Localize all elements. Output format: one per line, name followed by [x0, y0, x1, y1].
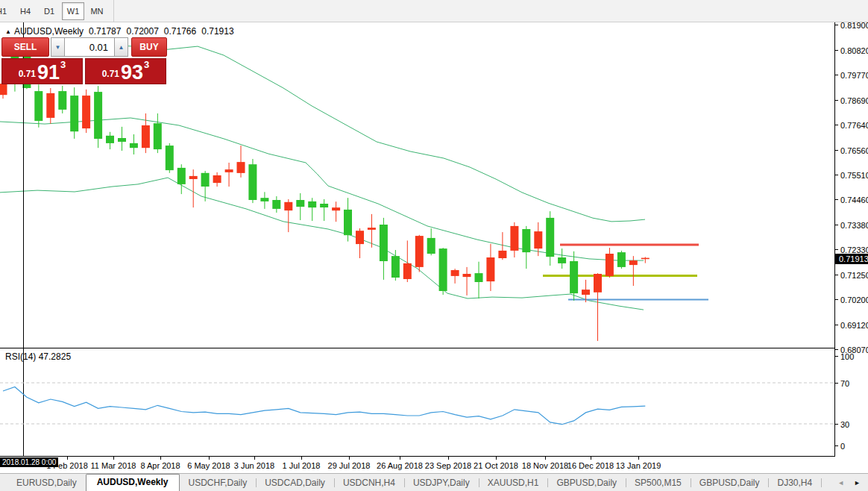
tabs-scroll-right-icon[interactable]: ► — [852, 478, 862, 488]
price-axis-label: 0.77640 — [835, 120, 868, 130]
tab-usdcnh-h4[interactable]: USDCNH,H4 — [334, 475, 404, 491]
price-axis-label: 0.69120 — [835, 320, 868, 330]
candle-body — [189, 176, 198, 179]
date-axis-label: 11 Mar 2018 — [91, 461, 136, 470]
candle-body — [272, 200, 280, 209]
candle-body — [475, 273, 483, 282]
tab-sp500-m15[interactable]: SP500,M15 — [626, 475, 691, 491]
tab-usdcad-daily[interactable]: USDCAD,Daily — [256, 475, 334, 491]
current-price-marker: 0.71913 — [835, 254, 868, 264]
axis-tick — [835, 100, 838, 101]
axis-tick — [835, 249, 838, 250]
date-tick — [160, 457, 161, 460]
indicator-label: RSI(14) 47.2825 — [5, 351, 71, 362]
axis-tick — [835, 325, 838, 325]
date-axis-label: 8 Apr 2018 — [140, 461, 180, 470]
candle-body — [641, 258, 650, 260]
axis-tick — [835, 383, 838, 384]
candle-body — [558, 257, 566, 263]
ask-price-prefix: 0.71 — [102, 69, 119, 79]
tab-usdchf-daily[interactable]: USDCHF,Daily — [180, 475, 257, 491]
timeframe-button-h1[interactable]: H1 — [0, 2, 13, 20]
price-axis-label: 0.73380 — [835, 220, 868, 230]
sell-button[interactable]: SELL — [1, 37, 49, 57]
time-axis[interactable]: 2018.01.28 0:00 1 Feb 201811 Mar 20188 A… — [0, 457, 835, 473]
chart-canvas[interactable] — [0, 22, 835, 457]
candle-body — [177, 168, 186, 184]
axis-tick — [835, 175, 838, 175]
bid-price-big: 91 — [37, 64, 60, 81]
bid-price-box[interactable]: 0.71 91 3 — [1, 58, 83, 84]
ask-price-box[interactable]: 0.71 93 3 — [85, 58, 166, 84]
candle-body — [356, 231, 364, 244]
tab-audusd-weekly[interactable]: AUDUSD,Weekly — [86, 474, 180, 491]
candle-body — [344, 210, 352, 235]
price-axis-label: 0.74460 — [835, 195, 868, 204]
candle-body — [582, 290, 590, 295]
axis-tick — [835, 150, 838, 151]
lot-decrease-button[interactable]: ▼ — [51, 37, 65, 57]
date-tick — [545, 457, 546, 460]
rsi-axis-label: 70 — [835, 378, 849, 388]
tab-xauusd-h1[interactable]: XAUUSD,H1 — [479, 475, 548, 491]
date-axis-label: 13 Jan 2019 — [616, 461, 661, 470]
ohlc-open: 0.71787 — [89, 26, 121, 37]
date-tick — [591, 457, 591, 460]
candle-body — [463, 274, 471, 277]
tab-eurusd-daily[interactable]: EURUSD,Daily — [7, 475, 86, 491]
price-axis-label: 0.81900 — [835, 20, 868, 30]
timeframe-toolbar: H1H4D1W1MN — [0, 0, 868, 22]
candle-body — [154, 123, 162, 149]
buy-button[interactable]: BUY — [131, 37, 167, 57]
candle-body — [213, 175, 221, 183]
tab-usdjpy-daily[interactable]: USDJPY,Daily — [404, 475, 479, 491]
chart-title: ▲ AUDUSD,Weekly 0.71787 0.72007 0.71766 … — [5, 26, 239, 37]
ohlc-high: 0.72007 — [126, 26, 158, 37]
ask-price-big: 93 — [121, 64, 143, 81]
tab-dj30-h4[interactable]: DJ30,H4 — [768, 475, 821, 491]
candle-body — [70, 96, 78, 131]
timeframe-button-mn[interactable]: MN — [86, 2, 108, 20]
lot-increase-button[interactable]: ▲ — [114, 37, 128, 57]
candle-body — [510, 226, 518, 251]
date-axis-label: 21 Oct 2018 — [474, 461, 518, 470]
price-axis-label: 0.78690 — [835, 96, 868, 105]
crosshair-date-label: 2018.01.28 0:00 — [0, 457, 58, 467]
timeframe-button-w1[interactable]: W1 — [62, 2, 84, 20]
axis-tick — [835, 299, 838, 300]
candle-body — [427, 238, 435, 254]
candle-body — [94, 92, 102, 139]
price-axis-label: 0.76560 — [835, 146, 868, 155]
timeframe-button-d1[interactable]: D1 — [38, 2, 60, 20]
ask-price-pipette: 3 — [144, 59, 149, 70]
axis-tick — [835, 225, 838, 225]
chevron-down-icon: ▼ — [55, 44, 61, 51]
axis-tick — [835, 275, 838, 275]
tabs-scroll-left-icon[interactable]: ◄ — [836, 478, 846, 488]
candle-body — [534, 231, 542, 248]
band-upper — [104, 45, 645, 222]
price-axis-label: 0.75510 — [835, 170, 868, 180]
candle-body — [546, 218, 554, 257]
price-chart[interactable] — [0, 22, 835, 457]
candle-body — [451, 270, 459, 276]
rsi-axis-label: 100 — [835, 351, 854, 361]
lot-size-input[interactable] — [65, 37, 114, 57]
candle-body — [368, 228, 376, 230]
candle-body — [237, 162, 245, 173]
timeframe-button-h4[interactable]: H4 — [14, 2, 37, 20]
candle-body — [225, 169, 233, 172]
candle-body — [439, 248, 447, 291]
price-axis[interactable]: 0.71913 0.819000.808200.797700.786900.77… — [835, 22, 868, 457]
candle-body — [82, 96, 90, 128]
bid-price-pipette: 3 — [60, 59, 66, 70]
candle-body — [296, 200, 304, 207]
symbol-marker-icon: ▲ — [5, 28, 11, 35]
axis-tick — [835, 445, 838, 446]
tab-gbpusd-daily[interactable]: GBPUSD,Daily — [547, 475, 626, 491]
date-tick — [301, 457, 302, 460]
date-tick — [400, 457, 400, 460]
tab-gbpusd-daily[interactable]: GBPUSD,Daily — [691, 475, 769, 491]
candle-body — [106, 136, 114, 143]
price-axis-label: 0.71250 — [835, 270, 868, 280]
